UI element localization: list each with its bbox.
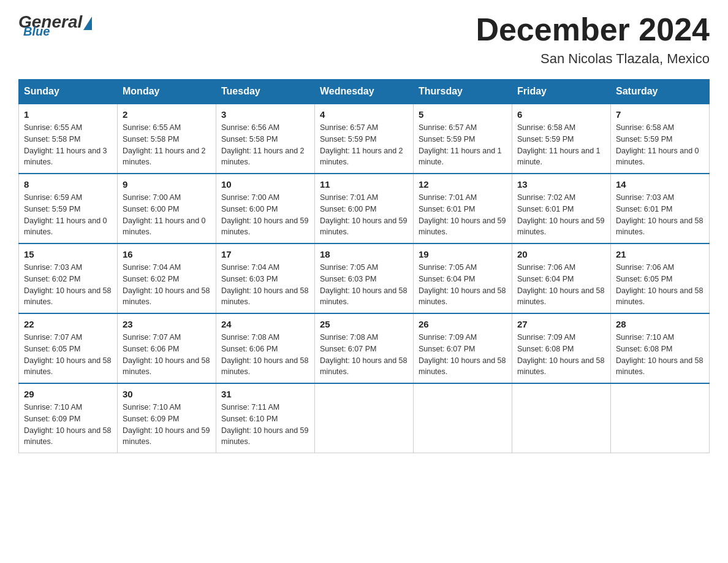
day-number-14: 14	[616, 179, 704, 190]
empty-cell-4-5	[512, 383, 611, 453]
day-number-12: 12	[419, 179, 507, 190]
day-number-11: 11	[320, 179, 408, 190]
day-cell-20: 20Sunrise: 7:06 AMSunset: 6:04 PMDayligh…	[512, 243, 611, 313]
day-info-30: Sunrise: 7:10 AMSunset: 6:09 PMDaylight:…	[123, 402, 211, 448]
weekday-header-wednesday: Wednesday	[315, 80, 414, 104]
day-number-5: 5	[419, 109, 507, 120]
day-info-1: Sunrise: 6:55 AMSunset: 5:58 PMDaylight:…	[24, 122, 112, 168]
day-info-29: Sunrise: 7:10 AMSunset: 6:09 PMDaylight:…	[24, 402, 112, 448]
day-number-27: 27	[517, 319, 605, 329]
day-cell-3: 3Sunrise: 6:56 AMSunset: 5:58 PMDaylight…	[216, 104, 315, 174]
day-cell-31: 31Sunrise: 7:11 AMSunset: 6:10 PMDayligh…	[216, 383, 315, 453]
logo-blue-text: Blue	[23, 25, 50, 39]
day-info-23: Sunrise: 7:07 AMSunset: 6:06 PMDaylight:…	[123, 332, 211, 378]
week-row-2: 8Sunrise: 6:59 AMSunset: 5:59 PMDaylight…	[19, 174, 710, 243]
day-cell-16: 16Sunrise: 7:04 AMSunset: 6:02 PMDayligh…	[118, 243, 216, 313]
day-cell-15: 15Sunrise: 7:03 AMSunset: 6:02 PMDayligh…	[19, 243, 118, 313]
day-number-2: 2	[123, 109, 211, 120]
day-number-23: 23	[123, 319, 211, 329]
day-cell-19: 19Sunrise: 7:05 AMSunset: 6:04 PMDayligh…	[414, 243, 512, 313]
title-block: December 2024 San Nicolas Tlazala, Mexic…	[476, 12, 710, 67]
weekday-header-row: SundayMondayTuesdayWednesdayThursdayFrid…	[19, 80, 710, 104]
day-info-19: Sunrise: 7:05 AMSunset: 6:04 PMDaylight:…	[419, 262, 507, 308]
weekday-header-sunday: Sunday	[19, 80, 118, 104]
day-info-25: Sunrise: 7:08 AMSunset: 6:07 PMDaylight:…	[320, 332, 408, 378]
day-info-17: Sunrise: 7:04 AMSunset: 6:03 PMDaylight:…	[221, 262, 309, 308]
day-info-15: Sunrise: 7:03 AMSunset: 6:02 PMDaylight:…	[24, 262, 112, 308]
week-row-3: 15Sunrise: 7:03 AMSunset: 6:02 PMDayligh…	[19, 243, 710, 313]
weekday-header-thursday: Thursday	[414, 80, 512, 104]
day-number-29: 29	[24, 389, 112, 399]
page-header: General Blue December 2024 San Nicolas T…	[18, 12, 710, 67]
day-info-8: Sunrise: 6:59 AMSunset: 5:59 PMDaylight:…	[24, 192, 112, 238]
day-info-14: Sunrise: 7:03 AMSunset: 6:01 PMDaylight:…	[616, 192, 704, 238]
day-cell-12: 12Sunrise: 7:01 AMSunset: 6:01 PMDayligh…	[414, 174, 512, 243]
day-cell-2: 2Sunrise: 6:55 AMSunset: 5:58 PMDaylight…	[118, 104, 216, 174]
day-info-6: Sunrise: 6:58 AMSunset: 5:59 PMDaylight:…	[517, 122, 605, 168]
day-number-8: 8	[24, 179, 112, 190]
day-number-16: 16	[123, 249, 211, 259]
day-info-9: Sunrise: 7:00 AMSunset: 6:00 PMDaylight:…	[123, 192, 211, 238]
weekday-header-friday: Friday	[512, 80, 611, 104]
day-number-25: 25	[320, 319, 408, 329]
day-number-30: 30	[123, 389, 211, 399]
day-info-26: Sunrise: 7:09 AMSunset: 6:07 PMDaylight:…	[419, 332, 507, 378]
week-row-4: 22Sunrise: 7:07 AMSunset: 6:05 PMDayligh…	[19, 313, 710, 383]
day-cell-27: 27Sunrise: 7:09 AMSunset: 6:08 PMDayligh…	[512, 313, 611, 383]
day-info-24: Sunrise: 7:08 AMSunset: 6:06 PMDaylight:…	[221, 332, 309, 378]
weekday-header-tuesday: Tuesday	[216, 80, 315, 104]
day-cell-6: 6Sunrise: 6:58 AMSunset: 5:59 PMDaylight…	[512, 104, 611, 174]
day-number-24: 24	[221, 319, 309, 329]
day-info-5: Sunrise: 6:57 AMSunset: 5:59 PMDaylight:…	[419, 122, 507, 168]
day-number-19: 19	[419, 249, 507, 259]
day-cell-14: 14Sunrise: 7:03 AMSunset: 6:01 PMDayligh…	[611, 174, 710, 243]
day-number-20: 20	[517, 249, 605, 259]
day-info-18: Sunrise: 7:05 AMSunset: 6:03 PMDaylight:…	[320, 262, 408, 308]
day-cell-18: 18Sunrise: 7:05 AMSunset: 6:03 PMDayligh…	[315, 243, 414, 313]
day-number-3: 3	[221, 109, 309, 120]
day-info-11: Sunrise: 7:01 AMSunset: 6:00 PMDaylight:…	[320, 192, 408, 238]
day-number-9: 9	[123, 179, 211, 190]
day-info-28: Sunrise: 7:10 AMSunset: 6:08 PMDaylight:…	[616, 332, 704, 378]
empty-cell-4-4	[414, 383, 512, 453]
week-row-1: 1Sunrise: 6:55 AMSunset: 5:58 PMDaylight…	[19, 104, 710, 174]
day-cell-21: 21Sunrise: 7:06 AMSunset: 6:05 PMDayligh…	[611, 243, 710, 313]
day-cell-28: 28Sunrise: 7:10 AMSunset: 6:08 PMDayligh…	[611, 313, 710, 383]
day-number-22: 22	[24, 319, 112, 329]
day-number-7: 7	[616, 109, 704, 120]
empty-cell-4-3	[315, 383, 414, 453]
calendar-table: SundayMondayTuesdayWednesdayThursdayFrid…	[18, 79, 710, 453]
day-number-4: 4	[320, 109, 408, 120]
logo[interactable]: General Blue	[18, 12, 92, 39]
month-title: December 2024	[476, 12, 710, 47]
logo-triangle-icon	[83, 17, 92, 30]
week-row-5: 29Sunrise: 7:10 AMSunset: 6:09 PMDayligh…	[19, 383, 710, 453]
day-cell-9: 9Sunrise: 7:00 AMSunset: 6:00 PMDaylight…	[118, 174, 216, 243]
day-number-15: 15	[24, 249, 112, 259]
day-cell-23: 23Sunrise: 7:07 AMSunset: 6:06 PMDayligh…	[118, 313, 216, 383]
day-cell-26: 26Sunrise: 7:09 AMSunset: 6:07 PMDayligh…	[414, 313, 512, 383]
day-number-13: 13	[517, 179, 605, 190]
day-info-7: Sunrise: 6:58 AMSunset: 5:59 PMDaylight:…	[616, 122, 704, 168]
day-cell-13: 13Sunrise: 7:02 AMSunset: 6:01 PMDayligh…	[512, 174, 611, 243]
day-cell-22: 22Sunrise: 7:07 AMSunset: 6:05 PMDayligh…	[19, 313, 118, 383]
day-number-10: 10	[221, 179, 309, 190]
day-number-21: 21	[616, 249, 704, 259]
day-info-20: Sunrise: 7:06 AMSunset: 6:04 PMDaylight:…	[517, 262, 605, 308]
day-cell-5: 5Sunrise: 6:57 AMSunset: 5:59 PMDaylight…	[414, 104, 512, 174]
day-cell-7: 7Sunrise: 6:58 AMSunset: 5:59 PMDaylight…	[611, 104, 710, 174]
day-cell-25: 25Sunrise: 7:08 AMSunset: 6:07 PMDayligh…	[315, 313, 414, 383]
day-info-12: Sunrise: 7:01 AMSunset: 6:01 PMDaylight:…	[419, 192, 507, 238]
day-cell-11: 11Sunrise: 7:01 AMSunset: 6:00 PMDayligh…	[315, 174, 414, 243]
day-cell-17: 17Sunrise: 7:04 AMSunset: 6:03 PMDayligh…	[216, 243, 315, 313]
empty-cell-4-6	[611, 383, 710, 453]
location-title: San Nicolas Tlazala, Mexico	[476, 51, 710, 67]
day-info-31: Sunrise: 7:11 AMSunset: 6:10 PMDaylight:…	[221, 402, 309, 448]
day-info-4: Sunrise: 6:57 AMSunset: 5:59 PMDaylight:…	[320, 122, 408, 168]
day-number-18: 18	[320, 249, 408, 259]
day-info-10: Sunrise: 7:00 AMSunset: 6:00 PMDaylight:…	[221, 192, 309, 238]
day-number-31: 31	[221, 389, 309, 399]
day-info-16: Sunrise: 7:04 AMSunset: 6:02 PMDaylight:…	[123, 262, 211, 308]
day-number-28: 28	[616, 319, 704, 329]
weekday-header-monday: Monday	[118, 80, 216, 104]
